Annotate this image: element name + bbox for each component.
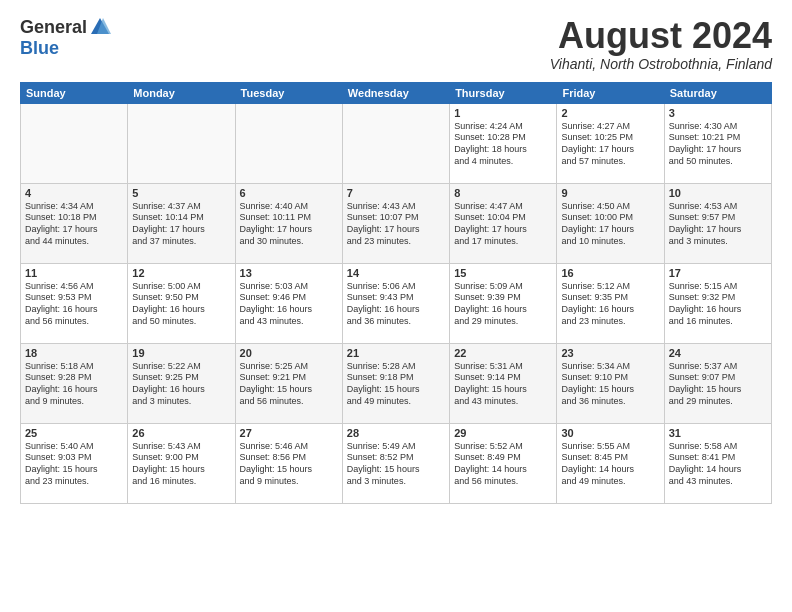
- table-row: 1Sunrise: 4:24 AM Sunset: 10:28 PM Dayli…: [450, 103, 557, 183]
- day-number: 16: [561, 267, 659, 279]
- cell-content: Sunrise: 5:46 AM Sunset: 8:56 PM Dayligh…: [240, 441, 338, 488]
- table-row: 12Sunrise: 5:00 AM Sunset: 9:50 PM Dayli…: [128, 263, 235, 343]
- table-row: 8Sunrise: 4:47 AM Sunset: 10:04 PM Dayli…: [450, 183, 557, 263]
- table-row: 18Sunrise: 5:18 AM Sunset: 9:28 PM Dayli…: [21, 343, 128, 423]
- cell-content: Sunrise: 5:18 AM Sunset: 9:28 PM Dayligh…: [25, 361, 123, 408]
- col-wednesday: Wednesday: [342, 82, 449, 103]
- title-block: August 2024 Vihanti, North Ostrobothnia,…: [550, 16, 772, 72]
- day-number: 8: [454, 187, 552, 199]
- calendar-week-5: 25Sunrise: 5:40 AM Sunset: 9:03 PM Dayli…: [21, 423, 772, 503]
- table-row: 20Sunrise: 5:25 AM Sunset: 9:21 PM Dayli…: [235, 343, 342, 423]
- table-row: 28Sunrise: 5:49 AM Sunset: 8:52 PM Dayli…: [342, 423, 449, 503]
- cell-content: Sunrise: 5:03 AM Sunset: 9:46 PM Dayligh…: [240, 281, 338, 328]
- cell-content: Sunrise: 4:50 AM Sunset: 10:00 PM Daylig…: [561, 201, 659, 248]
- table-row: 6Sunrise: 4:40 AM Sunset: 10:11 PM Dayli…: [235, 183, 342, 263]
- table-row: 22Sunrise: 5:31 AM Sunset: 9:14 PM Dayli…: [450, 343, 557, 423]
- table-row: 13Sunrise: 5:03 AM Sunset: 9:46 PM Dayli…: [235, 263, 342, 343]
- day-number: 27: [240, 427, 338, 439]
- cell-content: Sunrise: 5:49 AM Sunset: 8:52 PM Dayligh…: [347, 441, 445, 488]
- day-number: 6: [240, 187, 338, 199]
- cell-content: Sunrise: 4:56 AM Sunset: 9:53 PM Dayligh…: [25, 281, 123, 328]
- cell-content: Sunrise: 5:09 AM Sunset: 9:39 PM Dayligh…: [454, 281, 552, 328]
- table-row: [342, 103, 449, 183]
- calendar-week-1: 1Sunrise: 4:24 AM Sunset: 10:28 PM Dayli…: [21, 103, 772, 183]
- day-number: 20: [240, 347, 338, 359]
- logo: General Blue: [20, 16, 111, 59]
- table-row: [21, 103, 128, 183]
- table-row: 19Sunrise: 5:22 AM Sunset: 9:25 PM Dayli…: [128, 343, 235, 423]
- col-saturday: Saturday: [664, 82, 771, 103]
- cell-content: Sunrise: 5:00 AM Sunset: 9:50 PM Dayligh…: [132, 281, 230, 328]
- logo-blue-text: Blue: [20, 38, 59, 59]
- day-number: 9: [561, 187, 659, 199]
- cell-content: Sunrise: 5:31 AM Sunset: 9:14 PM Dayligh…: [454, 361, 552, 408]
- table-row: 24Sunrise: 5:37 AM Sunset: 9:07 PM Dayli…: [664, 343, 771, 423]
- cell-content: Sunrise: 4:40 AM Sunset: 10:11 PM Daylig…: [240, 201, 338, 248]
- table-row: 26Sunrise: 5:43 AM Sunset: 9:00 PM Dayli…: [128, 423, 235, 503]
- cell-content: Sunrise: 5:06 AM Sunset: 9:43 PM Dayligh…: [347, 281, 445, 328]
- cell-content: Sunrise: 5:25 AM Sunset: 9:21 PM Dayligh…: [240, 361, 338, 408]
- table-row: 27Sunrise: 5:46 AM Sunset: 8:56 PM Dayli…: [235, 423, 342, 503]
- cell-content: Sunrise: 5:52 AM Sunset: 8:49 PM Dayligh…: [454, 441, 552, 488]
- table-row: 23Sunrise: 5:34 AM Sunset: 9:10 PM Dayli…: [557, 343, 664, 423]
- table-row: 11Sunrise: 4:56 AM Sunset: 9:53 PM Dayli…: [21, 263, 128, 343]
- day-number: 18: [25, 347, 123, 359]
- table-row: 16Sunrise: 5:12 AM Sunset: 9:35 PM Dayli…: [557, 263, 664, 343]
- day-number: 7: [347, 187, 445, 199]
- day-number: 30: [561, 427, 659, 439]
- cell-content: Sunrise: 5:58 AM Sunset: 8:41 PM Dayligh…: [669, 441, 767, 488]
- day-number: 2: [561, 107, 659, 119]
- calendar-table: Sunday Monday Tuesday Wednesday Thursday…: [20, 82, 772, 504]
- table-row: 31Sunrise: 5:58 AM Sunset: 8:41 PM Dayli…: [664, 423, 771, 503]
- logo-icon: [89, 16, 111, 38]
- day-number: 13: [240, 267, 338, 279]
- col-sunday: Sunday: [21, 82, 128, 103]
- cell-content: Sunrise: 4:53 AM Sunset: 9:57 PM Dayligh…: [669, 201, 767, 248]
- calendar-week-4: 18Sunrise: 5:18 AM Sunset: 9:28 PM Dayli…: [21, 343, 772, 423]
- table-row: 14Sunrise: 5:06 AM Sunset: 9:43 PM Dayli…: [342, 263, 449, 343]
- col-thursday: Thursday: [450, 82, 557, 103]
- day-number: 23: [561, 347, 659, 359]
- table-row: 29Sunrise: 5:52 AM Sunset: 8:49 PM Dayli…: [450, 423, 557, 503]
- cell-content: Sunrise: 5:12 AM Sunset: 9:35 PM Dayligh…: [561, 281, 659, 328]
- cell-content: Sunrise: 4:47 AM Sunset: 10:04 PM Daylig…: [454, 201, 552, 248]
- day-number: 21: [347, 347, 445, 359]
- calendar-header-row: Sunday Monday Tuesday Wednesday Thursday…: [21, 82, 772, 103]
- cell-content: Sunrise: 5:15 AM Sunset: 9:32 PM Dayligh…: [669, 281, 767, 328]
- table-row: 25Sunrise: 5:40 AM Sunset: 9:03 PM Dayli…: [21, 423, 128, 503]
- cell-content: Sunrise: 5:43 AM Sunset: 9:00 PM Dayligh…: [132, 441, 230, 488]
- day-number: 11: [25, 267, 123, 279]
- col-tuesday: Tuesday: [235, 82, 342, 103]
- day-number: 22: [454, 347, 552, 359]
- table-row: 30Sunrise: 5:55 AM Sunset: 8:45 PM Dayli…: [557, 423, 664, 503]
- day-number: 14: [347, 267, 445, 279]
- day-number: 29: [454, 427, 552, 439]
- cell-content: Sunrise: 5:40 AM Sunset: 9:03 PM Dayligh…: [25, 441, 123, 488]
- location-subtitle: Vihanti, North Ostrobothnia, Finland: [550, 56, 772, 72]
- day-number: 25: [25, 427, 123, 439]
- cell-content: Sunrise: 4:37 AM Sunset: 10:14 PM Daylig…: [132, 201, 230, 248]
- page-header: General Blue August 2024 Vihanti, North …: [20, 16, 772, 72]
- cell-content: Sunrise: 4:27 AM Sunset: 10:25 PM Daylig…: [561, 121, 659, 168]
- day-number: 19: [132, 347, 230, 359]
- logo-general-text: General: [20, 17, 87, 38]
- table-row: 7Sunrise: 4:43 AM Sunset: 10:07 PM Dayli…: [342, 183, 449, 263]
- day-number: 31: [669, 427, 767, 439]
- day-number: 12: [132, 267, 230, 279]
- table-row: 2Sunrise: 4:27 AM Sunset: 10:25 PM Dayli…: [557, 103, 664, 183]
- cell-content: Sunrise: 4:30 AM Sunset: 10:21 PM Daylig…: [669, 121, 767, 168]
- cell-content: Sunrise: 4:43 AM Sunset: 10:07 PM Daylig…: [347, 201, 445, 248]
- cell-content: Sunrise: 5:28 AM Sunset: 9:18 PM Dayligh…: [347, 361, 445, 408]
- calendar-week-3: 11Sunrise: 4:56 AM Sunset: 9:53 PM Dayli…: [21, 263, 772, 343]
- table-row: [235, 103, 342, 183]
- day-number: 4: [25, 187, 123, 199]
- month-year-title: August 2024: [550, 16, 772, 56]
- table-row: 21Sunrise: 5:28 AM Sunset: 9:18 PM Dayli…: [342, 343, 449, 423]
- day-number: 24: [669, 347, 767, 359]
- cell-content: Sunrise: 5:22 AM Sunset: 9:25 PM Dayligh…: [132, 361, 230, 408]
- day-number: 5: [132, 187, 230, 199]
- day-number: 15: [454, 267, 552, 279]
- day-number: 26: [132, 427, 230, 439]
- table-row: 17Sunrise: 5:15 AM Sunset: 9:32 PM Dayli…: [664, 263, 771, 343]
- table-row: 3Sunrise: 4:30 AM Sunset: 10:21 PM Dayli…: [664, 103, 771, 183]
